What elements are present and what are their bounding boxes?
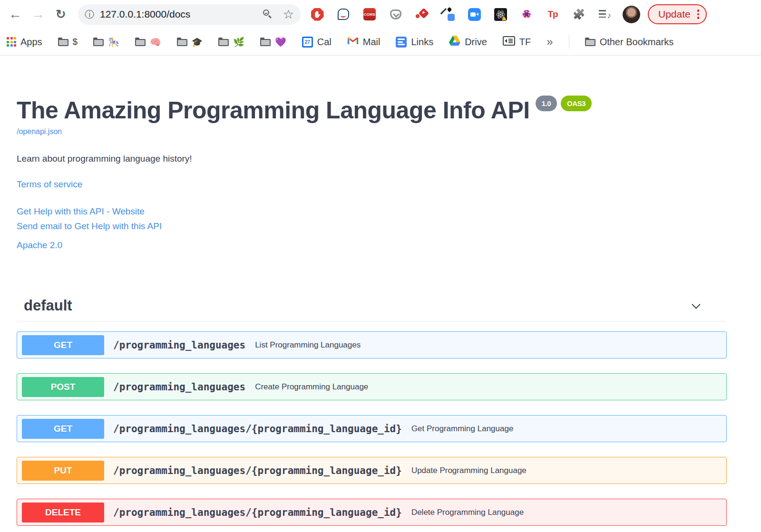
bookmark-folder-carousel[interactable]: 🎠 (93, 37, 119, 48)
bookmark-tf[interactable]: TF (503, 36, 531, 48)
recycle-extension-icon[interactable]: ♻ (519, 7, 534, 21)
method-badge: POST (22, 377, 104, 397)
pocket-extension-icon[interactable] (389, 7, 403, 21)
endpoint-row-get-one[interactable]: GET /programming_languages/{programming_… (17, 415, 727, 442)
url-text[interactable]: 127.0.0.1:8000/docs (100, 9, 263, 20)
reload-icon: ↻ (56, 7, 66, 22)
tag-name: default (24, 297, 72, 314)
page-title: The Amazing Programming Language Info AP… (17, 96, 727, 124)
endpoint-summary: Delete Programming Language (411, 508, 524, 517)
folder-icon (93, 39, 104, 46)
folder-icon (135, 39, 146, 46)
method-badge: GET (22, 419, 104, 439)
react-devtools-extension-icon[interactable] (493, 7, 507, 21)
bookmark-folder-money[interactable]: $ (58, 37, 78, 47)
folder-icon (260, 39, 271, 46)
folder-icon (177, 39, 187, 46)
back-button[interactable]: ← (6, 5, 25, 24)
endpoint-summary: Create Programming Language (255, 382, 368, 392)
endpoint-path: /programming_languages (113, 339, 245, 351)
links-icon (396, 37, 407, 48)
swagger-page: The Amazing Programming Language Info AP… (0, 56, 761, 526)
adblock-extension-icon[interactable]: ✋ (310, 7, 324, 21)
folder-icon (218, 39, 229, 46)
method-badge: DELETE (22, 503, 104, 522)
browser-toolbar: ← → ↻ ⓘ 127.0.0.1:8000/docs ☆ ✋ CORS ♻ T… (0, 0, 761, 29)
tp-extension-icon[interactable]: Tp (546, 7, 560, 21)
playlist-icon[interactable]: ♪ (598, 7, 612, 21)
bookmarks-divider (569, 35, 569, 48)
red-arrow-extension-icon[interactable] (415, 7, 429, 21)
apps-grid-icon (7, 37, 16, 47)
bookmark-star-icon[interactable]: ☆ (283, 8, 294, 20)
endpoint-path: /programming_languages/{programming_lang… (113, 423, 402, 435)
openapi-spec-link[interactable]: /openapi.json (17, 127, 727, 136)
bookmark-links[interactable]: Links (396, 37, 433, 48)
terms-of-service-link[interactable]: Terms of service (17, 179, 727, 190)
help-email-link[interactable]: Send email to Get Help with this API (17, 221, 727, 232)
endpoint-path: /programming_languages/{programming_lang… (113, 507, 402, 518)
folder-icon (58, 39, 68, 46)
endpoint-row-delete[interactable]: DELETE /programming_languages/{programmi… (17, 499, 727, 526)
endpoint-row-put-update[interactable]: PUT /programming_languages/{programming_… (17, 457, 727, 484)
site-info-icon[interactable]: ⓘ (85, 8, 94, 21)
method-badge: GET (22, 335, 104, 355)
calendar-icon: 27 (302, 37, 313, 48)
endpoint-summary: Update Programming Language (411, 466, 527, 475)
zoom-out-icon[interactable] (263, 10, 273, 19)
tag-header[interactable]: default (17, 294, 727, 321)
bookmark-apps[interactable]: Apps (7, 37, 42, 48)
gmail-icon (347, 37, 359, 48)
version-badge: 1.0 (536, 96, 557, 111)
endpoint-row-post-create[interactable]: POST /programming_languages Create Progr… (17, 373, 727, 400)
chrome-update-button[interactable]: Update (648, 4, 707, 24)
bookmark-folder-herb[interactable]: 🌿 (218, 37, 244, 48)
chevron-down-icon[interactable] (692, 300, 700, 309)
endpoint-path: /programming_languages/{programming_lang… (113, 465, 402, 476)
bookmark-folder-heart[interactable]: 💜 (260, 37, 286, 48)
bookmarks-overflow-chevron[interactable]: » (546, 35, 553, 48)
bookmarks-bar: Apps $ 🎠 🧠 🎓 🌿 💜 27 Cal Mail Links Drive… (0, 29, 761, 56)
tag-section-default: default GET /programming_languages List … (17, 294, 727, 526)
endpoint-path: /programming_languages (113, 381, 245, 393)
method-badge: PUT (22, 461, 104, 481)
endpoint-summary: Get Programming Language (411, 424, 514, 434)
address-bar[interactable]: ⓘ 127.0.0.1:8000/docs ☆ (78, 4, 301, 25)
folder-icon (585, 39, 595, 46)
tf-card-icon (503, 36, 515, 48)
zoom-extension-icon[interactable] (467, 7, 481, 21)
drive-icon (449, 36, 460, 48)
bookmark-mail[interactable]: Mail (347, 37, 380, 48)
browser-menu-icon[interactable] (697, 10, 700, 19)
puzzle-extensions-menu-icon[interactable]: 🧩 (572, 7, 586, 21)
oas3-badge: OAS3 (561, 96, 592, 111)
other-bookmarks[interactable]: Other Bookmarks (585, 37, 674, 48)
extensions-row: ✋ CORS ♻ Tp 🧩 ♪ (310, 7, 612, 21)
forward-button[interactable]: → (29, 5, 48, 24)
chat-bubble-extension-icon[interactable] (336, 7, 351, 21)
bookmark-folder-brain[interactable]: 🧠 (135, 37, 161, 48)
help-website-link[interactable]: Get Help with this API - Website (17, 206, 727, 217)
cors-extension-icon[interactable]: CORS (362, 7, 377, 21)
endpoint-row-get-list[interactable]: GET /programming_languages List Programm… (17, 331, 727, 358)
license-link[interactable]: Apache 2.0 (17, 240, 727, 251)
api-description: Learn about programming language history… (17, 154, 727, 164)
reload-button[interactable]: ↻ (51, 5, 70, 24)
endpoint-summary: List Programming Languages (255, 340, 361, 350)
profile-avatar[interactable] (623, 6, 640, 23)
bookmark-folder-grad[interactable]: 🎓 (177, 37, 203, 48)
eyedropper-extension-icon[interactable] (441, 7, 455, 21)
bookmark-calendar[interactable]: 27 Cal (302, 37, 332, 48)
bookmark-drive[interactable]: Drive (449, 36, 487, 48)
